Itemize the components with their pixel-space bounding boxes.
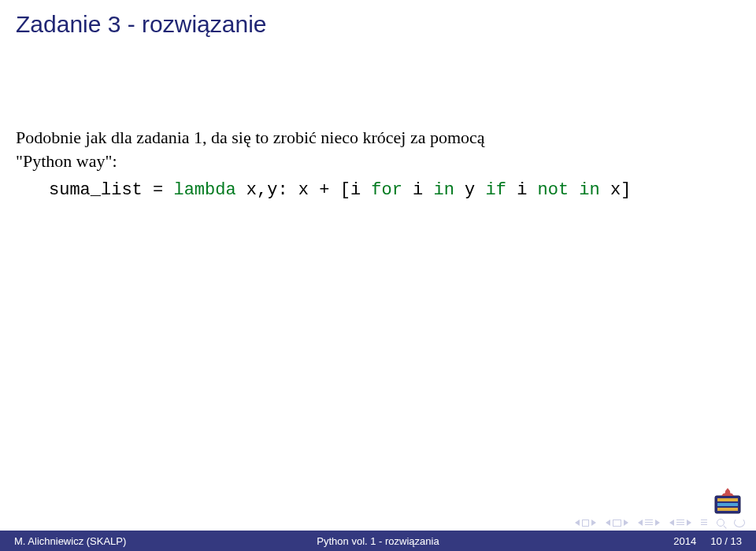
nav-search-group [669, 520, 691, 527]
slide-body: Podobnie jak dla zadania 1, da się to zr… [16, 126, 740, 202]
code-text [569, 180, 579, 200]
kw-not: not [538, 180, 569, 200]
nav-lines-icon[interactable] [645, 520, 653, 527]
code-text: suma_list = [49, 180, 173, 200]
code-text: x] [600, 180, 632, 200]
nav-section-icon[interactable] [613, 520, 621, 527]
nav-subsection-group [638, 520, 660, 527]
code-text: x,y: x + [i [236, 180, 372, 200]
body-line-1: Podobnie jak dla zadania 1, da się to zr… [16, 128, 485, 147]
nav-prev-slide-icon[interactable] [575, 520, 580, 526]
footer-bar: M. Alichniewicz (SKALP) Python vol. 1 - … [0, 531, 756, 551]
svg-rect-1 [717, 498, 738, 501]
nav-slide-group [575, 520, 596, 527]
loop-icon[interactable] [734, 518, 745, 527]
nav-back-icon[interactable] [669, 520, 674, 526]
code-text: i [402, 180, 434, 200]
code-text: y [454, 180, 486, 200]
kw-in: in [579, 180, 599, 200]
kw-lambda: lambda [173, 180, 235, 200]
footer-author: M. Alichniewicz (SKALP) [0, 535, 257, 547]
footer-page: 10 / 13 [710, 535, 742, 547]
kw-in: in [434, 180, 454, 200]
nav-bars-icon[interactable] [701, 520, 707, 527]
search-icon[interactable] [717, 519, 724, 527]
nav-next-section-icon[interactable] [624, 520, 628, 526]
nav-fwd-icon[interactable] [687, 520, 691, 526]
body-line-2: "Python way": [16, 151, 117, 171]
kw-for: for [371, 180, 402, 200]
nav-section-group [606, 520, 628, 527]
footer-year: 2014 [673, 535, 696, 547]
logo-image [713, 486, 742, 515]
slide-title: Zadanie 3 - rozwiązanie [16, 11, 267, 38]
footer-right: 2014 10 / 13 [499, 535, 756, 547]
nav-toolbar [575, 518, 745, 527]
svg-point-4 [722, 490, 725, 494]
nav-slide-icon[interactable] [582, 520, 589, 527]
svg-rect-2 [717, 503, 738, 506]
nav-next-sub-icon[interactable] [655, 520, 660, 526]
nav-next-slide-icon[interactable] [591, 520, 596, 526]
nav-prev-sub-icon[interactable] [638, 520, 643, 526]
kw-if: if [486, 180, 506, 200]
svg-point-5 [730, 490, 733, 494]
code-line: suma_list = lambda x,y: x + [i for i in … [16, 179, 740, 202]
svg-rect-3 [717, 508, 738, 511]
footer-title: Python vol. 1 - rozwiązania [257, 535, 499, 547]
code-text: i [506, 180, 538, 200]
nav-lines2-icon[interactable] [676, 520, 684, 527]
nav-prev-section-icon[interactable] [606, 520, 610, 526]
